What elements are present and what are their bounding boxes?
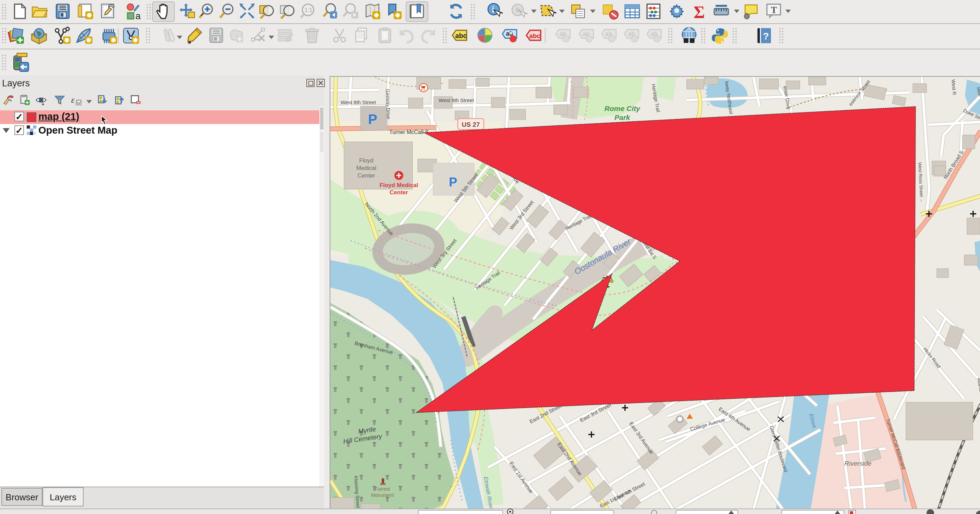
svg-text:Park: Park — [614, 113, 630, 121]
svg-text:US 27: US 27 — [462, 121, 480, 128]
svg-text:Floyd Medical: Floyd Medical — [380, 182, 418, 188]
svg-text:West 8th Street: West 8th Street — [439, 97, 474, 103]
svg-text:?: ? — [763, 31, 769, 41]
svg-text:Medical: Medical — [356, 165, 377, 171]
svg-text:abc: abc — [530, 32, 540, 40]
svg-text:Σ: Σ — [694, 3, 705, 20]
svg-text:T: T — [771, 5, 777, 15]
svg-text:Rome City: Rome City — [605, 105, 640, 112]
svg-text:West 8th Street: West 8th Street — [340, 99, 376, 105]
svg-text:ε: ε — [71, 95, 75, 105]
svg-text:Geeway Drive: Geeway Drive — [385, 89, 391, 119]
svg-text:abc: abc — [455, 32, 467, 40]
svg-text:Riverside: Riverside — [844, 460, 871, 467]
svg-text:Floyd: Floyd — [359, 157, 374, 164]
svg-text:a: a — [135, 11, 141, 20]
svg-text:Center: Center — [390, 189, 408, 196]
svg-text:1:1: 1:1 — [305, 7, 312, 13]
svg-text:P: P — [449, 175, 457, 189]
svg-text:Forrest: Forrest — [375, 486, 390, 492]
svg-text:P: P — [368, 112, 377, 127]
svg-text:Turner McCall S: Turner McCall S — [389, 129, 429, 135]
svg-text:Center: Center — [357, 172, 375, 179]
svg-text:Monument: Monument — [371, 492, 394, 498]
